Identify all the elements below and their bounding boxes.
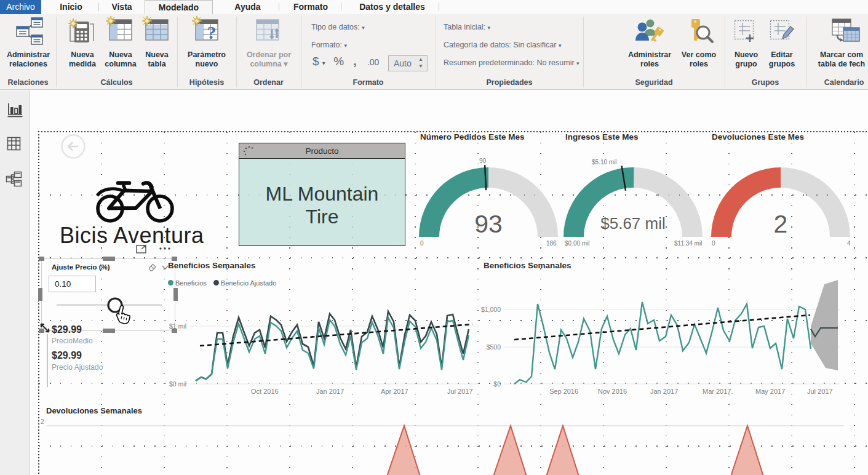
svg-text:?: ? [207,22,217,42]
